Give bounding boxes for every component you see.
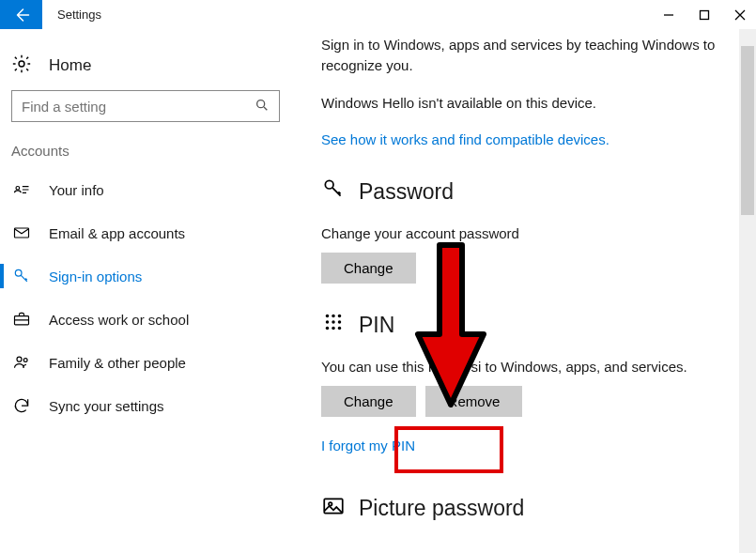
forgot-pin-link[interactable]: I forgot my PIN	[321, 436, 737, 456]
sidebar-item-label: Your info	[49, 182, 104, 198]
sidebar-item-email-accounts[interactable]: Email & app accounts	[8, 211, 284, 254]
picture-password-heading: Picture password	[321, 494, 737, 524]
svg-point-15	[338, 320, 341, 323]
scrollbar-thumb[interactable]	[741, 46, 754, 215]
pin-heading: PIN	[321, 310, 737, 340]
svg-point-10	[326, 315, 329, 317]
hello-unavailable-text: Windows Hello isn't available on this de…	[321, 93, 737, 114]
sidebar-item-access-work-school[interactable]: Access work or school	[8, 298, 284, 341]
svg-point-2	[257, 100, 265, 107]
svg-point-8	[23, 359, 27, 362]
sidebar-item-your-info[interactable]: Your info	[8, 168, 284, 211]
password-heading: Password	[321, 177, 737, 207]
sidebar-item-family-people[interactable]: Family & other people	[8, 341, 284, 384]
window-controls	[662, 0, 747, 29]
svg-point-16	[326, 327, 329, 330]
section-title: Picture password	[359, 496, 524, 521]
svg-point-5	[15, 269, 22, 276]
svg-point-7	[17, 357, 22, 361]
minimize-icon	[663, 9, 674, 21]
svg-rect-4	[15, 228, 29, 238]
pin-change-button[interactable]: Change	[321, 386, 416, 417]
svg-point-11	[332, 315, 334, 317]
briefcase-icon	[11, 310, 32, 329]
svg-point-17	[332, 327, 334, 330]
search-box[interactable]	[11, 90, 280, 122]
home-button[interactable]: Home	[8, 46, 284, 90]
password-change-button[interactable]: Change	[321, 253, 416, 284]
svg-point-13	[326, 320, 329, 323]
person-card-icon	[11, 180, 32, 199]
svg-point-14	[332, 320, 334, 323]
people-icon	[11, 353, 32, 372]
password-desc: Change your account password	[321, 225, 737, 241]
vertical-scrollbar[interactable]	[739, 29, 756, 553]
title-bar: Settings	[0, 0, 756, 29]
sidebar-item-label: Family & other people	[49, 355, 186, 371]
home-label: Home	[49, 56, 91, 75]
svg-point-18	[338, 327, 341, 330]
picture-icon	[321, 494, 346, 524]
keypad-icon	[321, 310, 346, 340]
sidebar-item-label: Email & app accounts	[49, 225, 185, 241]
search-input[interactable]	[22, 99, 255, 115]
sidebar-item-label: Access work or school	[49, 312, 189, 328]
section-title: PIN	[359, 313, 394, 338]
svg-point-3	[16, 187, 20, 191]
content-area: Sign in to Windows, apps and services by…	[291, 29, 756, 553]
back-button[interactable]	[0, 0, 42, 29]
sidebar-item-sync-settings[interactable]: Sync your settings	[8, 384, 284, 427]
maximize-icon	[699, 9, 710, 21]
sidebar-item-label: Sign-in options	[49, 269, 142, 284]
hello-intro-text: Sign in to Windows, apps and services by…	[321, 35, 737, 76]
svg-point-1	[19, 61, 24, 67]
mail-icon	[11, 223, 32, 242]
minimize-button[interactable]	[662, 8, 675, 22]
section-title: Password	[359, 179, 454, 205]
key-icon	[11, 267, 32, 285]
svg-point-9	[325, 180, 333, 189]
pin-remove-button[interactable]: Remove	[425, 386, 523, 417]
sync-icon	[11, 396, 32, 415]
svg-rect-0	[701, 10, 709, 19]
key-icon	[321, 177, 346, 207]
pin-desc: You can use this PIN to si to Windows, a…	[321, 359, 737, 375]
gear-icon	[11, 54, 32, 77]
window-title: Settings	[57, 8, 101, 22]
maximize-button[interactable]	[698, 8, 711, 22]
compatible-devices-link[interactable]: See how it works and find compatible dev…	[321, 130, 737, 150]
back-arrow-icon	[13, 7, 30, 23]
sidebar-item-label: Sync your settings	[49, 398, 164, 414]
svg-point-12	[338, 315, 341, 317]
search-icon	[255, 98, 270, 115]
sidebar: Home Accounts Your info Email & app acco…	[0, 29, 291, 553]
category-header: Accounts	[8, 143, 284, 168]
close-icon	[734, 9, 746, 21]
sidebar-item-signin-options[interactable]: Sign-in options	[8, 254, 284, 298]
close-button[interactable]	[733, 8, 747, 22]
